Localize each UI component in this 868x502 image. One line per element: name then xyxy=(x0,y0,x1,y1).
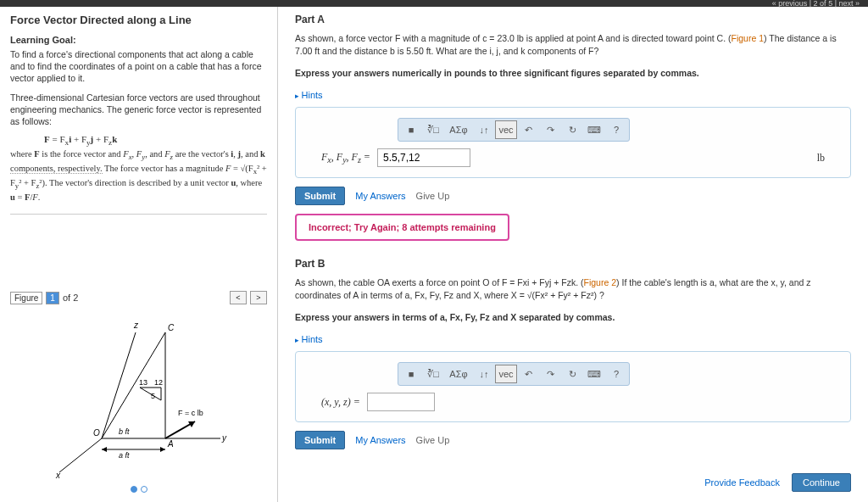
figure-diagram: z C y x O A 13 12 5 b ft a ft F = c lb xyxy=(17,311,254,481)
tb-help-icon[interactable]: ? xyxy=(605,120,627,139)
figure-selector[interactable]: 1 xyxy=(46,292,59,304)
svg-text:13: 13 xyxy=(139,378,147,387)
intro-text: Three-dimensional Cartesian force vector… xyxy=(10,92,267,128)
svg-text:F = c lb: F = c lb xyxy=(178,409,203,417)
tb-redo-icon[interactable]: ↷ xyxy=(539,120,561,139)
part-a-input-label: Fx, Fy, Fz = xyxy=(321,151,370,165)
tb-subsup-icon[interactable]: ↓↑ xyxy=(473,120,495,139)
part-a-text: As shown, a force vector F with a magnit… xyxy=(295,32,851,57)
svg-text:O: O xyxy=(93,428,100,438)
figure-2-link[interactable]: Figure 2 xyxy=(584,277,617,287)
figure-total: of 2 xyxy=(63,293,78,303)
part-b-answer-input[interactable] xyxy=(367,393,435,411)
tb-subsup-icon[interactable]: ↓↑ xyxy=(473,365,495,383)
svg-line-2 xyxy=(102,332,136,438)
tb-reset-icon[interactable]: ↻ xyxy=(561,365,583,383)
part-a-instr: Express your answers numerically in poun… xyxy=(295,67,851,80)
tb-root-icon[interactable]: ∛□ xyxy=(422,365,444,383)
part-a-feedback: Incorrect; Try Again; 8 attempts remaini… xyxy=(295,214,509,241)
part-b-hints-link[interactable]: Hints xyxy=(295,334,851,344)
part-a-title: Part A xyxy=(295,14,851,25)
figure-next-button[interactable]: > xyxy=(250,291,267,304)
part-b-title: Part B xyxy=(295,258,851,270)
figure-prev-button[interactable]: < xyxy=(230,291,247,304)
part-a-answer-input[interactable] xyxy=(377,148,470,167)
part-b-my-answers-link[interactable]: My Answers xyxy=(355,435,405,445)
part-a-answer-box: ■ ∛□ ΑΣφ ↓↑ vec ↶ ↷ ↻ ⌨ ? Fx, Fy, Fz = l… xyxy=(295,107,851,178)
tb-keyboard-icon[interactable]: ⌨ xyxy=(583,365,605,383)
provide-feedback-link[interactable]: Provide Feedback xyxy=(704,477,780,488)
figure-pager[interactable] xyxy=(10,484,267,494)
learning-goal-text: To find a force's directional components… xyxy=(10,48,267,85)
svg-text:x: x xyxy=(55,471,61,480)
learning-goal-label: Learning Goal: xyxy=(10,35,267,45)
part-a-unit: lb xyxy=(817,152,825,165)
svg-text:A: A xyxy=(167,439,174,449)
svg-marker-9 xyxy=(102,447,107,452)
equation-toolbar-a: ■ ∛□ ΑΣφ ↓↑ vec ↶ ↷ ↻ ⌨ ? xyxy=(398,118,630,142)
main-formula: F = Fxi + Fyj + Fzk xyxy=(44,134,267,147)
svg-text:b ft: b ft xyxy=(119,427,130,436)
tb-templates-icon[interactable]: ■ xyxy=(400,120,422,139)
svg-marker-10 xyxy=(160,447,165,452)
figure-1-link[interactable]: Figure 1 xyxy=(732,33,765,43)
tb-vec-icon[interactable]: vec xyxy=(495,120,517,139)
tb-redo-icon[interactable]: ↷ xyxy=(539,365,561,383)
tb-root-icon[interactable]: ∛□ xyxy=(422,120,444,139)
svg-text:a ft: a ft xyxy=(119,451,130,460)
equation-toolbar-b: ■ ∛□ ΑΣφ ↓↑ vec ↶ ↷ ↻ ⌨ ? xyxy=(398,362,630,386)
svg-text:C: C xyxy=(168,323,175,332)
svg-text:z: z xyxy=(133,321,139,330)
tb-reset-icon[interactable]: ↻ xyxy=(561,120,583,139)
tb-undo-icon[interactable]: ↶ xyxy=(517,365,539,383)
formula-explain: where F is the force vector and Fx, Fy, … xyxy=(10,148,267,204)
tb-greek-icon[interactable]: ΑΣφ xyxy=(444,120,473,139)
tb-greek-icon[interactable]: ΑΣφ xyxy=(444,365,473,383)
top-nav-bar: « previous | 2 of 5 | next » xyxy=(0,0,868,7)
part-a-hints-link[interactable]: Hints xyxy=(295,90,851,100)
tb-templates-icon[interactable]: ■ xyxy=(400,365,422,383)
tb-keyboard-icon[interactable]: ⌨ xyxy=(583,120,605,139)
page-title: Force Vector Directed along a Line xyxy=(10,14,267,26)
part-a-my-answers-link[interactable]: My Answers xyxy=(355,191,405,201)
figure-label: Figure xyxy=(10,292,42,304)
left-panel: Force Vector Directed along a Line Learn… xyxy=(0,7,278,502)
tb-vec-icon[interactable]: vec xyxy=(495,365,517,383)
svg-text:12: 12 xyxy=(154,378,163,387)
svg-line-1 xyxy=(59,438,102,472)
continue-button[interactable]: Continue xyxy=(792,473,851,492)
part-b-answer-box: ■ ∛□ ΑΣφ ↓↑ vec ↶ ↷ ↻ ⌨ ? (x, y, z) = xyxy=(295,351,851,422)
part-a-submit-button[interactable]: Submit xyxy=(295,187,345,205)
part-b-submit-button[interactable]: Submit xyxy=(295,431,345,449)
part-b-input-label: (x, y, z) = xyxy=(321,396,360,409)
part-a-give-up-link[interactable]: Give Up xyxy=(416,191,450,201)
tb-help-icon[interactable]: ? xyxy=(605,365,627,383)
part-b-instr: Express your answers in terms of a, Fx, … xyxy=(295,311,851,324)
svg-text:y: y xyxy=(221,433,227,443)
part-b-text: As shown, the cable OA exerts a force on… xyxy=(295,276,851,301)
svg-text:5: 5 xyxy=(151,392,155,400)
tb-undo-icon[interactable]: ↶ xyxy=(517,120,539,139)
right-panel: Part A As shown, a force vector F with a… xyxy=(278,7,868,502)
part-b-give-up-link[interactable]: Give Up xyxy=(416,435,450,445)
